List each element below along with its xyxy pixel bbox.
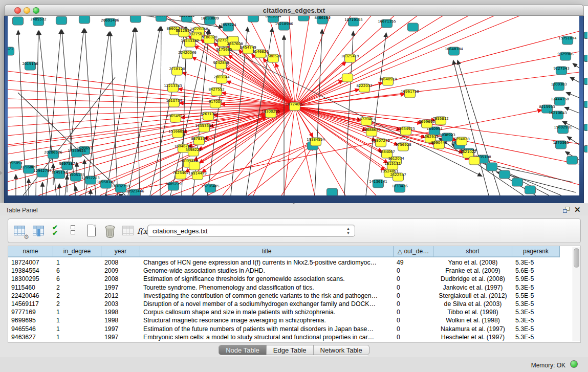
graph-node[interactable]: 14136141	[369, 180, 387, 188]
graph-node[interactable]: 20691406	[101, 18, 119, 27]
graph-edge[interactable]	[192, 57, 295, 106]
graph-edge[interactable]	[65, 29, 84, 195]
graph-node[interactable]: 9485779	[165, 182, 181, 190]
graph-edge[interactable]	[565, 107, 579, 113]
graph-node[interactable]: 8466160	[314, 16, 330, 24]
table-settings-icon[interactable]: ⚙	[13, 224, 28, 238]
graph-edge[interactable]	[281, 146, 313, 195]
graph-node[interactable]: 16033809	[201, 16, 219, 25]
graph-node[interactable]: 1588520	[265, 54, 281, 62]
network-canvas[interactable]: 2405572206914061065328715276021603380978…	[8, 16, 579, 195]
graph-node[interactable]: 16543382	[181, 39, 199, 47]
tab-edge-table[interactable]: Edge Table	[267, 345, 314, 355]
graph-node[interactable]: 15751074	[558, 36, 577, 45]
graph-edge[interactable]	[226, 68, 295, 106]
graph-node[interactable]: 15716485	[201, 184, 220, 192]
graph-node[interactable]: 13654922	[166, 114, 185, 122]
graph-edge[interactable]	[85, 32, 109, 195]
column-header-short[interactable]: short	[433, 246, 512, 257]
new-document-icon[interactable]	[85, 224, 99, 238]
graph-node[interactable]: 2803144	[213, 75, 230, 83]
graph-node[interactable]	[525, 186, 536, 194]
select-all-check-icon[interactable]: ✔✔	[51, 224, 66, 238]
graph-node[interactable]: 5498222	[185, 148, 201, 156]
window-titlebar[interactable]: citations_edges.txt	[4, 4, 584, 16]
column-header-year[interactable]: year	[101, 246, 140, 257]
graph-node[interactable]: 16961758	[401, 90, 419, 98]
column-header-title[interactable]: title	[140, 246, 394, 257]
tab-node-table[interactable]: Node Table	[219, 345, 267, 355]
graph-node[interactable]: 1733426	[391, 184, 408, 192]
graph-node[interactable]	[189, 162, 200, 170]
graph-node[interactable]: 16671355	[378, 19, 396, 28]
graph-node[interactable]: 9756928	[395, 143, 411, 151]
graph-node[interactable]	[79, 16, 90, 24]
column-select-icon[interactable]	[32, 224, 47, 238]
graph-node[interactable]: 8222037	[356, 84, 372, 92]
graph-edge[interactable]	[295, 16, 443, 106]
graph-edge[interactable]	[207, 144, 311, 195]
graph-node[interactable]: 2718120	[169, 67, 185, 75]
column-header-name[interactable]: name	[8, 246, 53, 257]
graph-node[interactable]: 9597587	[59, 162, 75, 170]
graph-node[interactable]: 7955812	[432, 117, 448, 125]
delete-trash-icon[interactable]	[103, 224, 118, 238]
graph-node[interactable]	[469, 157, 480, 165]
graph-node[interactable]: 2015136	[22, 62, 38, 70]
graph-node[interactable]: 16210643	[549, 111, 567, 119]
scrollbar-thumb[interactable]	[574, 248, 579, 268]
graph-node[interactable]: 10688639	[362, 128, 381, 136]
graph-node[interactable]	[342, 74, 353, 82]
table-row[interactable]: 946362711997Embryonic stem cells: a mode…	[8, 333, 560, 341]
graph-edge[interactable]	[568, 137, 579, 145]
graph-node[interactable]: 12444158	[551, 97, 569, 105]
graph-edge[interactable]	[439, 138, 524, 195]
graph-edge[interactable]	[8, 106, 295, 154]
graph-edge[interactable]	[295, 16, 371, 106]
graph-edge[interactable]	[8, 71, 295, 106]
table-row[interactable]: 911546021997Tourette syndrome. Phenomeno…	[8, 283, 560, 292]
graph-node[interactable]: 8878334	[191, 137, 207, 145]
graph-node[interactable]	[327, 188, 338, 195]
graph-node[interactable]: 7857224	[220, 23, 236, 31]
graph-node[interactable]: 8427552	[208, 87, 224, 96]
graph-node[interactable]: 22420046	[178, 51, 197, 59]
graph-node[interactable]	[408, 23, 419, 31]
graph-node[interactable]: 16648784	[445, 47, 463, 55]
graph-node[interactable]: 10653287	[152, 16, 170, 21]
graph-edge[interactable]	[573, 63, 579, 68]
table-row[interactable]: 977716911998Corpus callosum shape and si…	[8, 308, 560, 316]
graph-node[interactable]: 1209383	[551, 82, 567, 91]
graph-edge[interactable]	[106, 28, 135, 195]
graph-node[interactable]: 19218986	[275, 22, 293, 30]
table-row[interactable]: 946554611997Estimation of the future num…	[8, 325, 560, 333]
graph-edge[interactable]	[295, 52, 579, 106]
memory-ok-indicator[interactable]	[570, 360, 578, 368]
graph-node[interactable]: 18640910	[379, 77, 397, 85]
graph-edge[interactable]	[295, 16, 351, 106]
column-header-in_degree[interactable]: in_degree	[53, 246, 101, 257]
graph-node[interactable]: 12923446	[126, 189, 144, 195]
graph-node[interactable]	[512, 178, 523, 186]
graph-node[interactable]	[487, 163, 497, 171]
rows-icon[interactable]	[68, 224, 82, 238]
graph-node[interactable]: 1270365	[553, 141, 569, 149]
graph-node[interactable]: 1615132	[384, 162, 400, 170]
graph-edge[interactable]	[8, 106, 295, 117]
graph-node[interactable]: 917004	[209, 100, 223, 108]
table-row[interactable]: 1938455462009Genome-wide association stu…	[8, 267, 560, 275]
graph-node[interactable]	[298, 16, 309, 21]
graph-node[interactable]	[248, 16, 259, 22]
graph-node[interactable]: 18325419	[341, 54, 359, 62]
close-panel-icon[interactable]: ✕	[574, 205, 581, 214]
graph-node[interactable]: 2671	[8, 47, 14, 55]
table-row[interactable]: 1830029562008Estimation of significance …	[8, 275, 560, 283]
table-row[interactable]: 2242004622012Investigating the contribut…	[8, 292, 560, 300]
graph-edge[interactable]	[85, 29, 96, 195]
graph-edge[interactable]	[295, 16, 310, 106]
tab-network-table[interactable]: Network Table	[314, 345, 369, 355]
table-row[interactable]: 969969511998Structural magnetic resonanc…	[8, 316, 560, 324]
graph-node[interactable]: 15692931	[554, 125, 572, 134]
graph-node[interactable]: 2405572	[30, 17, 46, 26]
graph-edge[interactable]	[8, 106, 295, 108]
